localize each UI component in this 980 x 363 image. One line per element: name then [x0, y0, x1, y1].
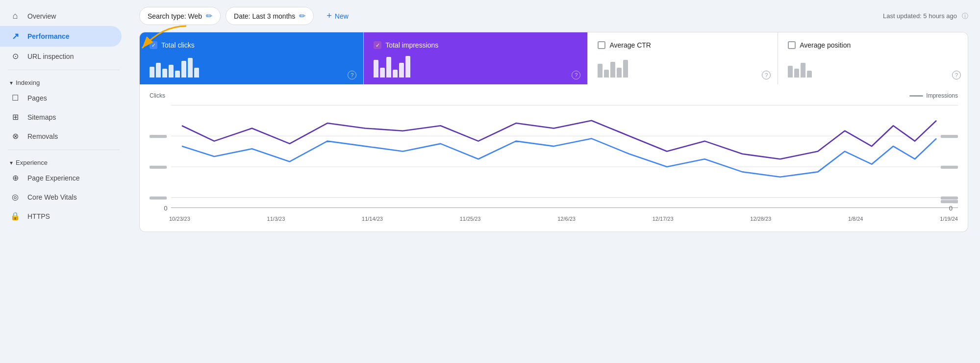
date-chip[interactable]: Date: Last 3 months ✏ [226, 7, 314, 25]
bar [188, 58, 193, 78]
home-icon: ⌂ [10, 11, 21, 21]
topbar: Search type: Web ✏ Date: Last 3 months ✏… [127, 0, 980, 32]
svg-rect-9 [941, 135, 958, 138]
average-ctr-label: Average CTR [609, 41, 651, 49]
average-position-checkbox[interactable] [788, 41, 796, 49]
sidebar-item-sitemaps-label: Sitemaps [27, 113, 56, 121]
metric-card-total-impressions[interactable]: ✓ Total impressions ? [364, 32, 588, 84]
sidebar-item-pages[interactable]: ☐ Pages [0, 88, 122, 107]
svg-rect-11 [941, 197, 958, 200]
chart-container: 0 0 [150, 100, 958, 213]
chevron-down-icon: ▾ [10, 79, 13, 86]
sidebar-item-page-experience[interactable]: ⊕ Page Experience [0, 168, 122, 187]
x-label-3: 11/25/23 [460, 216, 481, 222]
total-clicks-help-icon[interactable]: ? [348, 71, 356, 79]
y-axis-label-left: Clicks [150, 92, 165, 99]
average-position-label: Average position [800, 41, 851, 49]
total-impressions-header: ✓ Total impressions [374, 41, 578, 49]
svg-rect-6 [150, 135, 167, 138]
bar [623, 60, 628, 78]
average-position-header: Average position [788, 41, 958, 49]
x-label-0: 10/23/23 [169, 216, 190, 222]
sidebar-item-url-inspection[interactable]: ⊙ URL inspection [0, 47, 122, 66]
search-type-edit-icon: ✏ [206, 11, 212, 21]
bar [169, 65, 174, 78]
x-label-1: 11/3/23 [267, 216, 285, 222]
x-label-2: 11/14/23 [362, 216, 383, 222]
svg-rect-10 [941, 166, 958, 169]
bar [794, 69, 799, 78]
sidebar-item-removals[interactable]: ⊗ Removals [0, 127, 122, 146]
https-icon: 🔒 [10, 211, 21, 221]
bar [150, 67, 154, 78]
removals-icon: ⊗ [10, 131, 21, 141]
bar [162, 69, 167, 78]
sidebar-section-experience-label: Experience [16, 159, 48, 166]
sidebar-item-page-experience-label: Page Experience [27, 174, 80, 182]
x-label-4: 12/6/23 [557, 216, 576, 222]
total-impressions-label: Total impressions [385, 41, 438, 49]
sidebar-section-indexing[interactable]: ▾ Indexing [0, 74, 127, 88]
core-web-vitals-icon: ◎ [10, 192, 21, 202]
bar [788, 66, 793, 78]
total-impressions-checkbox[interactable]: ✓ [374, 41, 381, 49]
sidebar-section-indexing-label: Indexing [16, 79, 40, 86]
y-axis-label-right: Impressions [909, 92, 958, 99]
impressions-line [182, 121, 936, 159]
svg-rect-7 [150, 166, 167, 169]
plus-icon: + [327, 11, 332, 21]
average-ctr-header: Average CTR [598, 41, 768, 49]
total-clicks-checkbox[interactable]: ✓ [150, 41, 157, 49]
main-content: Search type: Web ✏ Date: Last 3 months ✏… [127, 0, 980, 363]
bar [175, 71, 180, 78]
metric-card-total-clicks[interactable]: ✓ Total clicks ? [140, 32, 364, 84]
search-icon: ⊙ [10, 52, 21, 61]
bar [399, 63, 404, 78]
metric-card-average-ctr[interactable]: Average CTR ? [588, 32, 778, 84]
chart-area: Clicks Impressions [139, 84, 968, 232]
sidebar-item-https-label: HTTPS [27, 212, 50, 220]
x-label-5: 12/17/23 [653, 216, 674, 222]
impressions-legend-line [909, 95, 923, 97]
sidebar-section-experience[interactable]: ▾ Experience [0, 154, 127, 168]
sidebar-item-pages-label: Pages [27, 94, 47, 102]
metric-cards: ✓ Total clicks ? ✓ [139, 32, 968, 84]
performance-icon: ↗ [10, 31, 21, 42]
total-impressions-help-icon[interactable]: ? [572, 71, 580, 79]
chart-axis-labels: 10/23/23 11/3/23 11/14/23 11/25/23 12/6/… [150, 213, 958, 222]
sidebar-item-core-web-vitals[interactable]: ◎ Core Web Vitals [0, 187, 122, 207]
sidebar-divider-1 [8, 70, 120, 70]
bar [405, 56, 410, 78]
bar [380, 68, 385, 78]
average-ctr-help-icon[interactable]: ? [762, 71, 771, 79]
sidebar-item-performance[interactable]: ↗ Performance [0, 26, 122, 47]
bar [393, 70, 398, 78]
bar [807, 71, 812, 78]
bar [604, 70, 609, 78]
sidebar-item-core-web-vitals-label: Core Web Vitals [27, 193, 77, 201]
impressions-legend-label: Impressions [926, 92, 958, 99]
new-button[interactable]: + New [319, 7, 356, 25]
x-label-7: 1/8/24 [848, 216, 863, 222]
svg-text:0: 0 [164, 205, 167, 212]
sidebar-item-sitemaps[interactable]: ⊞ Sitemaps [0, 107, 122, 127]
total-impressions-mini-chart [374, 54, 578, 78]
last-updated-text: Last updated: 5 hours ago [883, 12, 957, 20]
page-experience-icon: ⊕ [10, 173, 21, 182]
sidebar-item-overview[interactable]: ⌂ Overview [0, 6, 122, 26]
line-chart-svg: 0 0 [150, 100, 958, 213]
average-position-help-icon[interactable]: ? [952, 71, 961, 79]
metric-card-average-position[interactable]: Average position ? [778, 32, 968, 84]
bar [801, 63, 805, 78]
chevron-down-icon-2: ▾ [10, 159, 13, 166]
bar [181, 61, 186, 78]
bar [374, 60, 378, 78]
bar [156, 63, 161, 78]
last-updated-help-icon[interactable]: ⓘ [962, 12, 968, 21]
sidebar-divider-2 [8, 150, 120, 150]
sidebar-item-performance-label: Performance [27, 32, 70, 40]
sidebar-item-https[interactable]: 🔒 HTTPS [0, 207, 122, 226]
search-type-chip[interactable]: Search type: Web ✏ [139, 7, 221, 25]
average-ctr-checkbox[interactable] [598, 41, 605, 49]
average-position-mini-chart [788, 54, 958, 78]
